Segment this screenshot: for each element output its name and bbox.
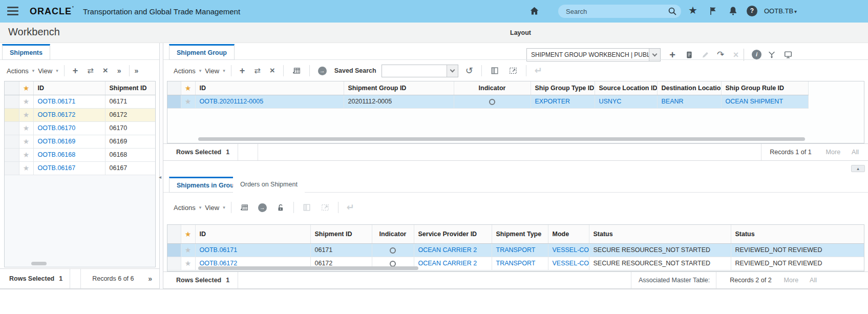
column-header-rule[interactable]: Ship Group Rule ID xyxy=(721,81,808,95)
delete-button[interactable]: × xyxy=(103,67,108,75)
indicator-radio[interactable] xyxy=(390,247,396,254)
shipment-link[interactable]: OOTB.06167 xyxy=(38,164,76,172)
favorite-star-column-header[interactable]: ★ xyxy=(19,81,33,95)
unlock-icon[interactable] xyxy=(276,203,285,212)
shipment-link[interactable]: OOTB.06169 xyxy=(38,138,76,145)
column-header-service-provider[interactable]: Service Provider ID xyxy=(414,225,492,243)
shipment-link[interactable]: OOTB.06171 xyxy=(200,246,238,254)
tab-shipment-group[interactable]: Shipment Group xyxy=(169,44,235,60)
column-header-destination[interactable]: Destination Location ID xyxy=(657,81,721,95)
user-menu-caret-icon[interactable]: ▾ xyxy=(794,9,797,14)
view-menu[interactable]: View xyxy=(36,67,54,75)
horizontal-scrollbar[interactable] xyxy=(198,266,418,270)
more-buttons-chevrons[interactable]: » xyxy=(117,67,121,75)
swap-arrows-button[interactable]: ⇄ xyxy=(254,67,261,75)
shipment-type-link[interactable]: TRANSPORT xyxy=(496,260,536,267)
favorite-star-column-header[interactable]: ★ xyxy=(181,225,195,243)
panel-collapse-button[interactable]: ▴ xyxy=(851,165,865,172)
favorite-star-column-header[interactable]: ★ xyxy=(181,81,195,95)
freeze-button[interactable] xyxy=(490,66,499,75)
rule-link[interactable]: OCEAN SHIPMENT xyxy=(726,98,784,105)
search-icon[interactable] xyxy=(667,6,678,16)
column-header-status-2[interactable]: Status xyxy=(731,225,864,243)
table-window-icon[interactable] xyxy=(240,203,249,212)
shipment-group-link[interactable]: OOTB.20201112-0005 xyxy=(200,98,264,105)
shipment-type-link[interactable]: TRANSPORT xyxy=(496,246,536,254)
table-window-icon[interactable] xyxy=(292,66,301,75)
favorite-star-icon[interactable]: ★ xyxy=(19,135,33,148)
indicator-radio[interactable] xyxy=(390,261,396,267)
favorite-star-icon[interactable]: ★ xyxy=(19,95,33,108)
actions-menu[interactable]: Actions xyxy=(172,67,197,75)
column-header-source[interactable]: Source Location ID xyxy=(595,81,657,95)
home-icon[interactable] xyxy=(529,6,540,16)
hamburger-menu-icon[interactable] xyxy=(7,7,18,17)
view-menu[interactable]: View xyxy=(203,67,221,75)
splitter-collapse-left-icon[interactable]: ◂ xyxy=(159,174,161,180)
column-header-type-id[interactable]: Ship Group Type ID xyxy=(531,81,595,95)
mode-link[interactable]: VESSEL-CO xyxy=(553,260,589,267)
favorite-star-icon[interactable]: ★ xyxy=(181,243,195,257)
notifications-bell-icon[interactable] xyxy=(728,6,738,16)
horizontal-scrollbar[interactable] xyxy=(198,137,805,141)
flag-icon[interactable] xyxy=(708,6,718,16)
actions-menu[interactable]: Actions xyxy=(172,204,197,212)
search-input[interactable] xyxy=(558,5,681,18)
go-button[interactable]: → xyxy=(258,203,267,212)
user-menu[interactable]: OOTB.TB xyxy=(764,7,793,15)
shipment-link[interactable]: OOTB.06170 xyxy=(38,124,76,132)
refresh-button[interactable]: ↺ xyxy=(465,67,473,75)
column-header-shipment-id[interactable]: Shipment ID xyxy=(310,225,372,243)
favorite-star-icon[interactable]: ★ xyxy=(181,95,195,108)
vertical-splitter[interactable]: ◂ xyxy=(159,43,163,289)
footer-chevrons[interactable]: » xyxy=(148,275,152,283)
table-row[interactable]: ★ OOTB.20201112-0005 20201112-0005 EXPOR… xyxy=(167,95,808,108)
favorite-star-icon[interactable]: ★ xyxy=(181,257,195,270)
favorite-star-icon[interactable]: ★ xyxy=(19,121,33,135)
add-button[interactable]: + xyxy=(73,67,78,75)
indicator-radio[interactable] xyxy=(489,99,495,105)
favorite-star-icon[interactable]: ★ xyxy=(19,108,33,121)
column-header-id[interactable]: ID xyxy=(195,225,310,243)
column-header-indicator[interactable]: Indicator xyxy=(372,225,414,243)
saved-search-dropdown-button[interactable] xyxy=(447,65,458,77)
table-row[interactable]: ★ OOTB.06171 06171 xyxy=(5,95,156,108)
column-header-id[interactable]: ID xyxy=(33,81,105,95)
shipment-link[interactable]: OOTB.06172 xyxy=(38,111,76,118)
favorite-star-icon[interactable]: ★ xyxy=(19,148,33,161)
mode-link[interactable]: VESSEL-CO xyxy=(553,246,589,254)
column-header-indicator[interactable]: Indicator xyxy=(454,81,531,95)
table-row[interactable]: ★ OOTB.06167 06167 xyxy=(5,161,156,175)
swap-arrows-button[interactable]: ⇄ xyxy=(87,67,94,75)
go-button[interactable]: → xyxy=(318,67,327,75)
shipment-link[interactable]: OOTB.06168 xyxy=(38,151,76,158)
table-row[interactable]: ★ OOTB.06171 06171 OCEAN CARRIER 2 TRANS… xyxy=(167,243,864,257)
info-icon[interactable]: i xyxy=(752,50,761,59)
table-row[interactable]: ★ OOTB.06169 06169 xyxy=(5,135,156,148)
column-header-shipment-type[interactable]: Shipment Type xyxy=(492,225,548,243)
add-button[interactable]: + xyxy=(240,67,245,75)
service-provider-link[interactable]: OCEAN CARRIER 2 xyxy=(418,246,477,254)
table-row[interactable]: ★ OOTB.06168 06168 xyxy=(5,148,156,161)
column-header-shipment-id[interactable]: Shipment ID xyxy=(105,81,156,95)
help-icon[interactable]: ? xyxy=(747,6,757,16)
favorites-star-icon[interactable]: ★ xyxy=(688,4,697,16)
tab-orders-on-shipment[interactable]: Orders on Shipment xyxy=(233,177,305,193)
view-menu[interactable]: View xyxy=(203,204,221,212)
tab-shipments[interactable]: Shipments xyxy=(2,44,50,60)
type-id-link[interactable]: EXPORTER xyxy=(535,98,570,105)
panel-overflow-chevrons[interactable]: » xyxy=(134,67,138,75)
shipment-link[interactable]: OOTB.06172 xyxy=(200,260,238,267)
service-provider-link[interactable]: OCEAN CARRIER 2 xyxy=(418,260,477,267)
column-header-id[interactable]: ID xyxy=(195,81,344,95)
table-row[interactable]: ★ OOTB.06170 06170 xyxy=(5,121,156,135)
column-header-mode[interactable]: Mode xyxy=(548,225,589,243)
saved-search-select[interactable] xyxy=(382,65,458,77)
delete-button[interactable]: × xyxy=(270,67,275,75)
horizontal-scrollbar[interactable] xyxy=(31,262,47,265)
favorite-star-icon[interactable]: ★ xyxy=(19,161,33,175)
actions-menu[interactable]: Actions xyxy=(5,67,30,75)
table-row[interactable]: ★ OOTB.06172 06172 xyxy=(5,108,156,121)
column-header-group-id[interactable]: Shipment Group ID xyxy=(344,81,454,95)
column-header-status-1[interactable]: Status xyxy=(589,225,731,243)
